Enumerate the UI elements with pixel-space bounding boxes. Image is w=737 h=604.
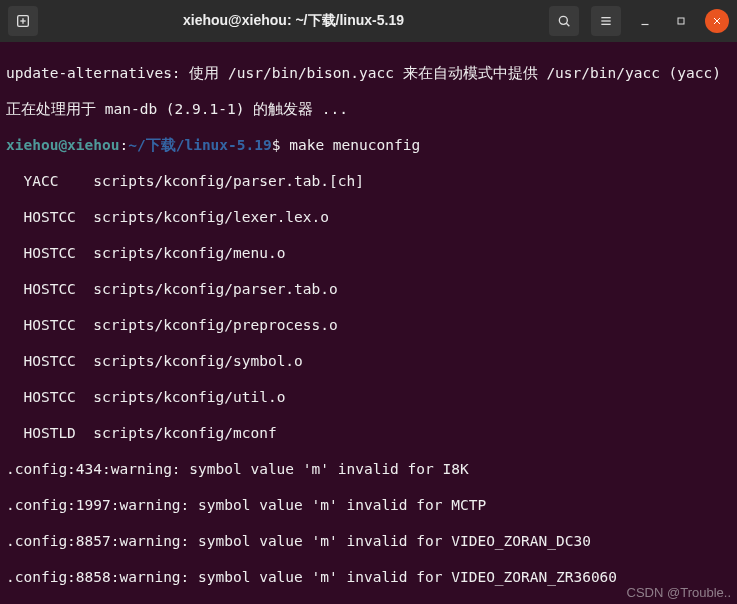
- close-icon: [711, 15, 723, 27]
- output-line: HOSTCC scripts/kconfig/lexer.lex.o: [6, 208, 731, 226]
- minimize-button[interactable]: [633, 9, 657, 33]
- titlebar: xiehou@xiehou: ~/下载/linux-5.19: [0, 0, 737, 42]
- minimize-icon: [638, 14, 652, 28]
- close-button[interactable]: [705, 9, 729, 33]
- output-line: .config:8857:warning: symbol value 'm' i…: [6, 532, 731, 550]
- output-line: HOSTCC scripts/kconfig/parser.tab.o: [6, 280, 731, 298]
- output-line: .config:434:warning: symbol value 'm' in…: [6, 460, 731, 478]
- window-title: xiehou@xiehou: ~/下载/linux-5.19: [38, 12, 549, 30]
- search-button[interactable]: [549, 6, 579, 36]
- new-tab-icon: [15, 13, 31, 29]
- output-line: HOSTLD scripts/kconfig/mconf: [6, 424, 731, 442]
- output-line: HOSTCC scripts/kconfig/menu.o: [6, 244, 731, 262]
- prompt-sep: :: [120, 137, 129, 153]
- prompt-path: ~/下载/linux-5.19: [128, 137, 272, 153]
- watermark: CSDN @Trouble..: [627, 585, 731, 600]
- new-tab-button[interactable]: [8, 6, 38, 36]
- output-line: 正在处理用于 man-db (2.9.1-1) 的触发器 ...: [6, 100, 731, 118]
- hamburger-icon: [598, 13, 614, 29]
- search-icon: [556, 13, 572, 29]
- titlebar-left: [8, 6, 38, 36]
- output-line: HOSTCC scripts/kconfig/util.o: [6, 388, 731, 406]
- output-line: .config:1997:warning: symbol value 'm' i…: [6, 496, 731, 514]
- command-text: make menuconfig: [280, 137, 420, 153]
- prompt-line: xiehou@xiehou:~/下载/linux-5.19$ make menu…: [6, 136, 731, 154]
- maximize-icon: [675, 15, 687, 27]
- menu-button[interactable]: [591, 6, 621, 36]
- svg-point-3: [559, 16, 567, 24]
- svg-rect-9: [678, 18, 684, 24]
- output-line: HOSTCC scripts/kconfig/symbol.o: [6, 352, 731, 370]
- output-line: HOSTCC scripts/kconfig/preprocess.o: [6, 316, 731, 334]
- svg-line-4: [566, 23, 569, 26]
- output-line: .config:8858:warning: symbol value 'm' i…: [6, 568, 731, 586]
- prompt-user: xiehou@xiehou: [6, 137, 120, 153]
- output-line: update-alternatives: 使用 /usr/bin/bison.y…: [6, 64, 731, 82]
- output-line: YACC scripts/kconfig/parser.tab.[ch]: [6, 172, 731, 190]
- maximize-button[interactable]: [669, 9, 693, 33]
- terminal-output[interactable]: update-alternatives: 使用 /usr/bin/bison.y…: [0, 42, 737, 604]
- titlebar-right: [549, 6, 729, 36]
